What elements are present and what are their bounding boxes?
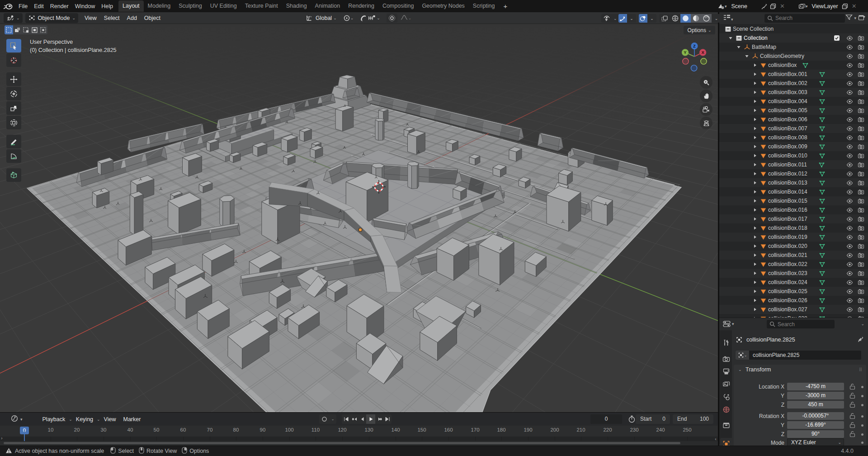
svg-text:Z: Z <box>693 44 696 48</box>
svg-text:Y: Y <box>684 50 687 55</box>
svg-text:X: X <box>702 50 704 55</box>
